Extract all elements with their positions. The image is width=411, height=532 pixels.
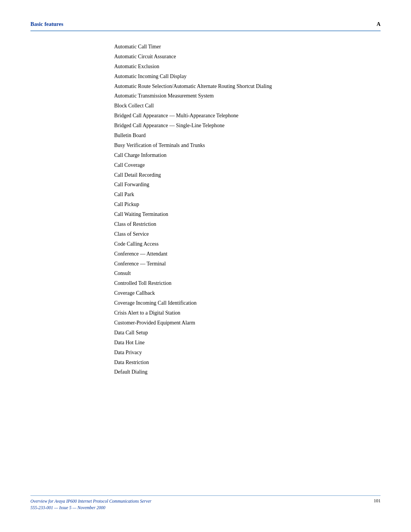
list-item: Conference — Attendant <box>114 249 381 259</box>
list-item: Block Collect Call <box>114 101 381 111</box>
list-item: Automatic Circuit Assurance <box>114 52 381 62</box>
list-item: Coverage Incoming Call Identification <box>114 298 381 308</box>
list-item: Call Pickup <box>114 200 381 209</box>
list-item: Data Restriction <box>114 358 381 367</box>
list-item: Automatic Transmission Measurement Syste… <box>114 91 381 101</box>
list-item: Code Calling Access <box>114 239 381 249</box>
page-header: Basic features A <box>30 21 381 27</box>
list-item: Data Hot Line <box>114 338 381 348</box>
list-item: Automatic Route Selection/Automatic Alte… <box>114 81 381 91</box>
header-divider <box>30 30 381 31</box>
footer-line1: Overview for Avaya IP600 Internet Protoc… <box>30 499 151 503</box>
content-area: Automatic Call TimerAutomatic Circuit As… <box>30 42 381 377</box>
footer-citation: Overview for Avaya IP600 Internet Protoc… <box>30 498 151 511</box>
list-item: Busy Verification of Terminals and Trunk… <box>114 141 381 150</box>
list-item: Automatic Call Timer <box>114 42 381 52</box>
list-item: Automatic Exclusion <box>114 62 381 72</box>
list-item: Conference — Terminal <box>114 259 381 269</box>
list-item: Default Dialing <box>114 367 381 377</box>
page-footer: Overview for Avaya IP600 Internet Protoc… <box>30 495 381 511</box>
header-section-letter: A <box>377 21 381 27</box>
header-title: Basic features <box>30 21 63 27</box>
list-item: Call Charge Information <box>114 150 381 160</box>
list-item: Bridged Call Appearance — Single-Line Te… <box>114 121 381 131</box>
list-item: Coverage Callback <box>114 288 381 298</box>
list-item: Class of Restriction <box>114 219 381 229</box>
list-item: Customer-Provided Equipment Alarm <box>114 318 381 328</box>
list-item: Automatic Incoming Call Display <box>114 72 381 81</box>
list-item: Call Detail Recording <box>114 170 381 180</box>
footer-divider <box>30 495 381 496</box>
list-item: Consult <box>114 268 381 278</box>
list-item: Call Park <box>114 190 381 200</box>
list-item: Bulletin Board <box>114 131 381 141</box>
page-number: 101 <box>374 498 381 504</box>
list-item: Data Privacy <box>114 348 381 358</box>
list-item: Class of Service <box>114 229 381 239</box>
footer-line2: 555-233-001 — Issue 5 — November 2000 <box>30 505 105 510</box>
footer-content: Overview for Avaya IP600 Internet Protoc… <box>30 498 381 511</box>
list-item: Call Forwarding <box>114 180 381 190</box>
feature-list: Automatic Call TimerAutomatic Circuit As… <box>114 42 381 377</box>
list-item: Call Waiting Termination <box>114 209 381 219</box>
list-item: Bridged Call Appearance — Multi-Appearan… <box>114 111 381 121</box>
page-container: Basic features A Automatic Call TimerAut… <box>0 0 411 532</box>
list-item: Data Call Setup <box>114 328 381 338</box>
list-item: Crisis Alert to a Digital Station <box>114 308 381 318</box>
list-item: Call Coverage <box>114 160 381 170</box>
list-item: Controlled Toll Restriction <box>114 278 381 288</box>
